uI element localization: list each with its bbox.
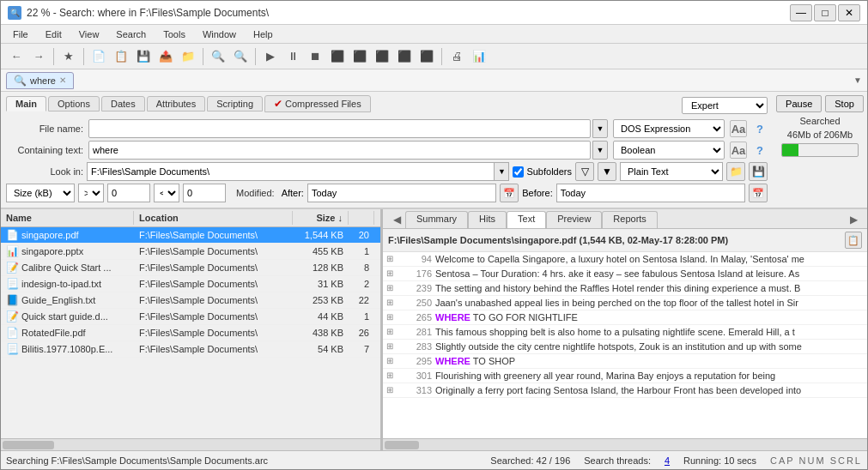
menu-window[interactable]: Window xyxy=(196,27,243,41)
table-row[interactable]: 📊 singapore.pptx F:\Files\Sample Documen… xyxy=(1,244,380,260)
table-row[interactable]: 📄 RotatedFile.pdf F:\Files\Sample Docume… xyxy=(1,325,380,341)
plain-text-select[interactable]: Plain Text Rich Text Binary xyxy=(620,162,723,181)
list-item[interactable]: ⊞ 176 Sentosa – Tour Duration: 4 hrs. ak… xyxy=(383,267,867,281)
before-calendar-button[interactable]: 📅 xyxy=(749,184,768,202)
pause-toolbar-button[interactable]: ⏸ xyxy=(282,46,303,67)
filter-options-button[interactable]: ▼ xyxy=(598,162,616,181)
maximize-button[interactable]: □ xyxy=(814,4,836,21)
table-row[interactable]: 📝 Calibre Quick Start ... F:\Files\Sampl… xyxy=(1,260,380,276)
tab-main[interactable]: Main xyxy=(6,96,46,111)
close-button[interactable]: ✕ xyxy=(838,4,860,21)
forward-button[interactable]: → xyxy=(28,46,49,67)
size-op1-select[interactable]: > < = xyxy=(78,184,104,202)
preview-hscroll-thumb[interactable] xyxy=(385,441,419,449)
expand-icon[interactable]: ⊞ xyxy=(386,356,398,365)
filter-button[interactable]: ▽ xyxy=(575,162,594,181)
table-row[interactable]: 📃 indesign-to-ipad.txt F:\Files\Sample D… xyxy=(1,276,380,292)
search-tab-where[interactable]: 🔍 where ✕ xyxy=(6,72,74,89)
list-item[interactable]: ⊞ 313 Originally a ferry port facing Sen… xyxy=(383,383,867,398)
tab-attributes[interactable]: Attributes xyxy=(147,96,205,111)
folder-browse-button[interactable]: 📁 xyxy=(726,162,745,181)
list-item[interactable]: ⊞ 239 The setting and history behind the… xyxy=(383,281,867,296)
expert-select[interactable]: Expert Basic Advanced xyxy=(682,97,768,114)
table-row[interactable]: 📄 singapore.pdf F:\Files\Sample Document… xyxy=(1,227,380,244)
col-header-hits[interactable] xyxy=(349,211,374,225)
back-button[interactable]: ← xyxy=(6,46,27,67)
size-val2-input[interactable] xyxy=(183,184,226,202)
containing-text-aa-btn[interactable]: Aa xyxy=(730,142,747,159)
after-date-input[interactable] xyxy=(307,184,496,202)
new-button[interactable]: 📄 xyxy=(88,46,109,67)
search-button[interactable]: 🔍 xyxy=(208,46,228,67)
after-calendar-button[interactable]: 📅 xyxy=(500,184,519,202)
expand-icon[interactable]: ⊞ xyxy=(386,385,398,395)
tb-btn-3[interactable]: ⬛ xyxy=(372,46,392,67)
tab-preview[interactable]: Preview xyxy=(546,211,602,228)
expand-icon[interactable]: ⊞ xyxy=(386,371,398,380)
size-val1-input[interactable] xyxy=(107,184,150,202)
expand-icon[interactable]: ⊞ xyxy=(386,341,398,351)
print-button[interactable]: 🖨 xyxy=(446,46,467,67)
save-button[interactable]: 💾 xyxy=(133,46,154,67)
menu-view[interactable]: View xyxy=(72,27,106,41)
tab-hits[interactable]: Hits xyxy=(468,211,507,228)
file-name-help-btn[interactable]: ? xyxy=(752,121,768,136)
file-name-aa-btn[interactable]: Aa xyxy=(730,120,747,137)
col-header-location[interactable]: Location xyxy=(134,211,293,225)
list-item[interactable]: ⊞ 281 This famous shopping belt is also … xyxy=(383,325,867,340)
tb-btn-1[interactable]: ⬛ xyxy=(327,46,348,67)
list-item[interactable]: ⊞ 250 Jaan's unabashed appeal lies in be… xyxy=(383,296,867,310)
tab-options[interactable]: Options xyxy=(48,96,100,111)
containing-text-input[interactable] xyxy=(88,141,591,160)
disk-button[interactable]: 💾 xyxy=(749,162,768,181)
expand-icon[interactable]: ⊞ xyxy=(386,268,398,278)
size-op2-select[interactable]: < > = xyxy=(154,184,179,202)
tb-btn-4[interactable]: ⬛ xyxy=(394,46,415,67)
expand-icon[interactable]: ⊞ xyxy=(386,283,398,292)
list-item[interactable]: ⊞ 94 Welcome to Capella Singapore, a lux… xyxy=(383,252,867,267)
file-name-input[interactable] xyxy=(88,119,591,138)
expand-icon[interactable]: ⊞ xyxy=(386,312,398,322)
look-in-dropdown[interactable]: ▼ xyxy=(494,162,509,181)
subfolders-checkbox[interactable] xyxy=(513,166,524,178)
table-row[interactable]: 📃 Bilitis.1977.1080p.E... F:\Files\Sampl… xyxy=(1,341,380,358)
stop-button[interactable]: Stop xyxy=(825,95,864,112)
col-header-size[interactable]: Size ↓ xyxy=(293,211,349,225)
chart-button[interactable]: 📊 xyxy=(469,46,489,67)
tab-summary[interactable]: Summary xyxy=(405,211,468,228)
file-name-type-select[interactable]: DOS Expression RegEx Exact xyxy=(613,119,725,138)
preview-copy-button[interactable]: 📋 xyxy=(845,232,862,249)
menu-edit[interactable]: Edit xyxy=(39,27,69,41)
file-list-hscrollbar[interactable] xyxy=(1,438,380,450)
menu-tools[interactable]: Tools xyxy=(156,27,192,41)
expand-icon[interactable]: ⊞ xyxy=(386,254,398,263)
preview-body[interactable]: ⊞ 94 Welcome to Capella Singapore, a lux… xyxy=(383,252,867,438)
status-threads-value[interactable]: 4 xyxy=(665,455,670,466)
list-item[interactable]: ⊞ 283 Slightly outside the city centre n… xyxy=(383,340,867,354)
open-button[interactable]: 📋 xyxy=(111,46,131,67)
containing-text-dropdown[interactable]: ▼ xyxy=(592,141,608,160)
list-item[interactable]: ⊞ 295 WHERE TO SHOP xyxy=(383,354,867,369)
tab-compressed-files[interactable]: ✔ Compressed Files xyxy=(264,95,371,112)
tb-btn-5[interactable]: ⬛ xyxy=(416,46,437,67)
search-tab-close[interactable]: ✕ xyxy=(59,75,66,85)
table-row[interactable]: 📘 Guide_English.txt F:\Files\Sample Docu… xyxy=(1,292,380,309)
menu-file[interactable]: File xyxy=(6,27,35,41)
preview-nav-right[interactable]: ▶ xyxy=(845,211,862,228)
expand-icon[interactable]: ⊞ xyxy=(386,327,398,336)
tab-dates[interactable]: Dates xyxy=(101,96,145,111)
tb-btn-2[interactable]: ⬛ xyxy=(349,46,370,67)
file-name-dropdown[interactable]: ▼ xyxy=(592,119,608,138)
menu-search[interactable]: Search xyxy=(109,27,153,41)
stop-toolbar-button[interactable]: ⏹ xyxy=(305,46,325,67)
menu-help[interactable]: Help xyxy=(246,27,280,41)
table-row[interactable]: 📝 Quick start guide.d... F:\Files\Sample… xyxy=(1,309,380,325)
pause-button[interactable]: Pause xyxy=(776,95,822,112)
containing-text-help-btn[interactable]: ? xyxy=(752,142,768,158)
list-item[interactable]: ⊞ 301 Flourishing with greenery all year… xyxy=(383,369,867,383)
tab-reports[interactable]: Reports xyxy=(602,211,658,228)
file-list-hscroll-thumb[interactable] xyxy=(3,441,54,449)
minimize-button[interactable]: — xyxy=(790,4,812,21)
col-header-name[interactable]: Name xyxy=(1,211,134,225)
look-in-input[interactable] xyxy=(87,162,495,181)
